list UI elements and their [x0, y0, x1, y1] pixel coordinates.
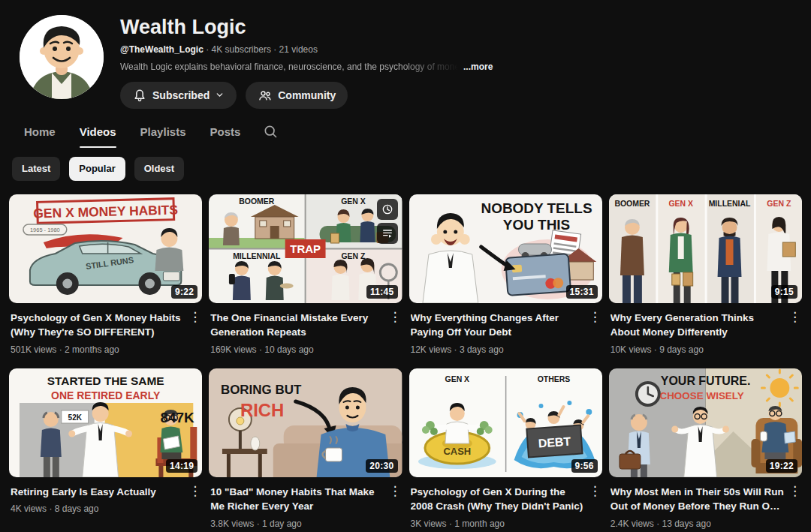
video-title[interactable]: Why Everything Changes After Paying Off …	[411, 311, 586, 340]
thumb7-genx-label: GEN X	[445, 375, 469, 383]
video-thumbnail-4[interactable]: BOOMER GEN X MILLENIAL GEN Z 9:15	[609, 194, 802, 303]
kebab-menu-icon[interactable]: ⋮	[589, 311, 601, 355]
meta-dot: ·	[454, 344, 457, 355]
thumb4-genx-label: GEN X	[668, 200, 693, 208]
video-card-4: BOOMER GEN X MILLENIAL GEN Z 9:15 Why Ev…	[609, 194, 802, 355]
video-card-7: CASH DEBT GEN X OTHERS 9:56 Psychology o…	[409, 368, 602, 529]
add-to-queue-icon[interactable]	[377, 223, 398, 244]
video-thumbnail-5[interactable]: 52K 847K STARTED THE SAME ONE RE	[9, 368, 202, 477]
video-meta: 501K views · 2 months ago	[11, 344, 185, 355]
more-link[interactable]: ...more	[463, 62, 493, 72]
kebab-menu-icon[interactable]: ⋮	[788, 311, 800, 355]
thumb2-genx-label: GEN X	[341, 197, 366, 206]
video-thumbnail-8[interactable]: YOUR FUTURE. CHOOSE WISELY 19:22	[609, 368, 802, 477]
video-title[interactable]: Why Most Men in Their 50s Will Run Out o…	[611, 485, 785, 514]
video-meta: 3.8K views · 1 day ago	[210, 518, 385, 529]
meta-dot: ·	[49, 503, 52, 514]
meta-dot: ·	[273, 44, 276, 55]
kebab-menu-icon[interactable]: ⋮	[589, 485, 601, 529]
kebab-menu-icon[interactable]: ⋮	[788, 485, 800, 529]
view-count: 3K views	[411, 518, 447, 529]
video-title[interactable]: Psychology of Gen X During the 2008 Cras…	[411, 485, 586, 514]
meta-dot: ·	[59, 344, 62, 355]
upload-age: 10 days ago	[264, 344, 313, 355]
channel-info: Wealth Logic @TheWealth_Logic · 4K subsc…	[120, 15, 493, 109]
video-meta: 3K views · 1 month ago	[411, 518, 586, 529]
search-icon[interactable]	[263, 124, 278, 141]
upload-age: 9 days ago	[659, 344, 704, 355]
channel-description: Wealth Logic explains behavioral finance…	[120, 62, 493, 72]
upload-age: 3 days ago	[460, 344, 504, 355]
thumb6-line2: RICH	[240, 400, 284, 420]
video-meta: 4K views · 8 days ago	[11, 503, 185, 514]
view-count: 169K views	[210, 344, 256, 355]
duration-badge: 11:45	[366, 285, 398, 299]
kebab-menu-icon[interactable]: ⋮	[389, 311, 401, 355]
tab-videos[interactable]: Videos	[80, 118, 116, 148]
meta-dot: ·	[206, 44, 209, 55]
video-count: 21 videos	[279, 44, 318, 55]
duration-badge: 9:56	[571, 459, 598, 473]
upload-age: 2 months ago	[65, 344, 119, 355]
bell-icon	[132, 88, 147, 103]
chip-latest[interactable]: Latest	[12, 157, 60, 181]
video-title[interactable]: Retiring Early Is Easy Actually	[11, 485, 185, 500]
thumb2-trap-text: TRAP	[291, 242, 321, 255]
video-card-1: GEN X MONEY HABITS 1965 - 1980 STILL RUN…	[9, 194, 202, 355]
meta-dot: ·	[257, 518, 260, 529]
thumb4-millenial-label: MILLENIAL	[708, 200, 750, 208]
meta-dot: ·	[449, 518, 452, 529]
video-title[interactable]: 10 "Bad" Money Habits That Make Me Riche…	[210, 485, 385, 514]
video-title[interactable]: Psychology of Gen X Money Habits (Why Th…	[11, 311, 185, 340]
channel-avatar[interactable]	[20, 15, 104, 99]
thumb5-line2: ONE RETIRED EARLY	[51, 389, 161, 401]
thumb8-line1: YOUR FUTURE.	[661, 374, 751, 387]
kebab-menu-icon[interactable]: ⋮	[188, 311, 200, 355]
thumb4-boomer-label: BOOMER	[614, 200, 650, 208]
video-title[interactable]: Why Every Generation Thinks About Money …	[611, 311, 785, 340]
video-meta: 2.4K views · 13 days ago	[611, 518, 785, 529]
view-count: 10K views	[611, 344, 652, 355]
chip-oldest[interactable]: Oldest	[134, 157, 184, 181]
avatar-cartoon-man	[20, 15, 104, 99]
video-card-2: BOOMER GEN X MILLENNIAL GEN Z TRAP 11:45…	[209, 194, 402, 355]
thumb1-years-text: 1965 - 1980	[30, 227, 60, 233]
video-thumbnail-6[interactable]: BORING BUT RICH 20:30	[209, 368, 402, 477]
channel-header: Wealth Logic @TheWealth_Logic · 4K subsc…	[0, 0, 811, 109]
video-thumbnail-3[interactable]: NOBODY TELLS YOU THIS 15:31	[409, 194, 602, 303]
video-meta: 10K views · 9 days ago	[611, 344, 785, 355]
thumb5-847k-label: 847K	[160, 410, 194, 425]
kebab-menu-icon[interactable]: ⋮	[188, 485, 200, 515]
video-thumbnail-7[interactable]: CASH DEBT GEN X OTHERS 9:56	[409, 368, 602, 477]
thumb5-52k-label: 52K	[68, 413, 83, 422]
subscribed-button[interactable]: Subscribed	[120, 82, 237, 109]
meta-dot: ·	[654, 344, 657, 355]
video-card-3: NOBODY TELLS YOU THIS 15:31 Why Everythi…	[409, 194, 602, 355]
community-button[interactable]: Community	[246, 82, 348, 109]
tab-posts[interactable]: Posts	[210, 118, 240, 148]
video-meta: 169K views · 10 days ago	[210, 344, 385, 355]
video-thumbnail-2[interactable]: BOOMER GEN X MILLENNIAL GEN Z TRAP 11:45	[209, 194, 402, 303]
subscribed-label: Subscribed	[152, 89, 210, 101]
video-grid: GEN X MONEY HABITS 1965 - 1980 STILL RUN…	[0, 184, 811, 529]
meta-dot: ·	[259, 344, 262, 355]
upload-age: 8 days ago	[55, 503, 99, 514]
watch-later-icon[interactable]	[377, 199, 398, 220]
kebab-menu-icon[interactable]: ⋮	[389, 485, 401, 529]
channel-meta: @TheWealth_Logic · 4K subscribers · 21 v…	[120, 44, 493, 55]
duration-badge: 9:22	[171, 285, 197, 299]
thumb5-line1: STARTED THE SAME	[47, 374, 164, 387]
chip-popular[interactable]: Popular	[69, 157, 125, 181]
duration-badge: 14:19	[166, 459, 197, 473]
tab-playlists[interactable]: Playlists	[140, 118, 186, 148]
video-title[interactable]: The One Financial Mistake Every Generati…	[210, 311, 385, 340]
tab-home[interactable]: Home	[24, 118, 56, 148]
video-meta: 12K views · 3 days ago	[411, 344, 586, 355]
video-card-5: 52K 847K STARTED THE SAME ONE RE	[9, 368, 202, 529]
view-count: 501K views	[11, 344, 56, 355]
view-count: 12K views	[411, 344, 452, 355]
thumb3-line1: NOBODY TELLS	[481, 200, 592, 216]
video-thumbnail-1[interactable]: GEN X MONEY HABITS 1965 - 1980 STILL RUN…	[9, 194, 202, 303]
duration-badge: 19:22	[766, 459, 797, 473]
thumb7-others-label: OTHERS	[537, 375, 570, 383]
